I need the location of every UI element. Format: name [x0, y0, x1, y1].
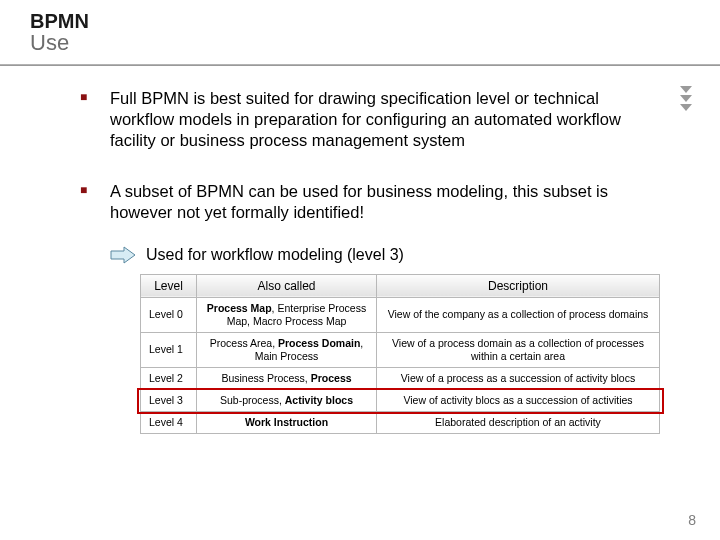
table-row: Level 1Process Area, Process Domain, Mai…	[141, 332, 660, 367]
table-row: Level 3Sub-process, Activity blocsView o…	[141, 390, 660, 412]
right-arrow-icon	[110, 246, 136, 264]
cell-level: Level 1	[141, 332, 197, 367]
cell-description: Elaborated description of an activity	[377, 412, 660, 434]
title-block: BPMN Use	[20, 10, 700, 60]
cell-description: View of a process domain as a collection…	[377, 332, 660, 367]
table-row: Level 2Business Process, ProcessView of …	[141, 368, 660, 390]
th-also: Also called	[197, 274, 377, 297]
callout-text: Used for workflow modeling (level 3)	[146, 246, 404, 264]
content-area: Full BPMN is best suited for drawing spe…	[20, 66, 700, 434]
title-line2: Use	[30, 30, 700, 56]
down-arrows-icon	[680, 86, 692, 113]
cell-also-called: Process Map, Enterprise Process Map, Mac…	[197, 297, 377, 332]
th-level: Level	[141, 274, 197, 297]
cell-also-called: Business Process, Process	[197, 368, 377, 390]
bullet-1: Full BPMN is best suited for drawing spe…	[80, 88, 660, 151]
cell-also-called: Work Instruction	[197, 412, 377, 434]
cell-description: View of the company as a collection of p…	[377, 297, 660, 332]
table-row: Level 4Work InstructionElaborated descri…	[141, 412, 660, 434]
cell-also-called: Sub-process, Activity blocs	[197, 390, 377, 412]
callout-line: Used for workflow modeling (level 3)	[110, 246, 660, 264]
page-number: 8	[688, 512, 696, 528]
cell-level: Level 4	[141, 412, 197, 434]
table-row: Level 0Process Map, Enterprise Process M…	[141, 297, 660, 332]
table-header-row: Level Also called Description	[141, 274, 660, 297]
cell-description: View of activity blocs as a succession o…	[377, 390, 660, 412]
slide: BPMN Use Full BPMN is best suited for dr…	[0, 0, 720, 540]
cell-description: View of a process as a succession of act…	[377, 368, 660, 390]
bullet-2: A subset of BPMN can be used for busines…	[80, 181, 660, 223]
svg-marker-0	[111, 247, 135, 263]
levels-table: Level Also called Description Level 0Pro…	[140, 274, 660, 435]
cell-level: Level 2	[141, 368, 197, 390]
cell-also-called: Process Area, Process Domain, Main Proce…	[197, 332, 377, 367]
cell-level: Level 3	[141, 390, 197, 412]
cell-level: Level 0	[141, 297, 197, 332]
th-desc: Description	[377, 274, 660, 297]
